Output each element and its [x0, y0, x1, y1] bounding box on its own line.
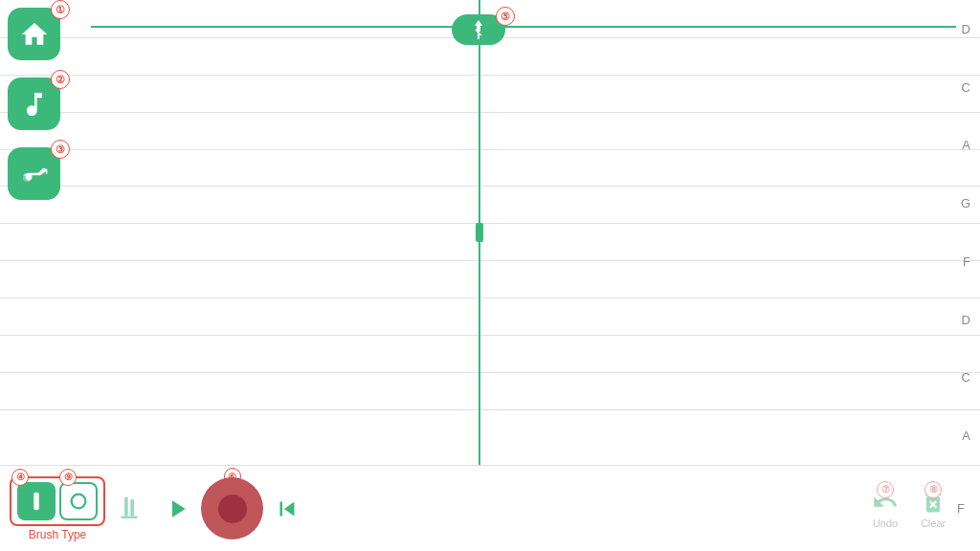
sidebar-item-music[interactable]: ② — [8, 77, 60, 130]
undo-badge: ⑦ — [877, 481, 894, 498]
staff-line — [0, 112, 980, 113]
svg-rect-6 — [121, 516, 138, 518]
clear-badge: ⑧ — [924, 481, 942, 498]
bottom-note-F: F — [957, 501, 970, 516]
svg-rect-5 — [130, 499, 134, 517]
staff-line — [0, 409, 980, 410]
brush-outline-button[interactable] — [59, 482, 98, 520]
bottom-toolbar: ④ ⑨ Brush Type — [0, 465, 980, 551]
staff-line — [0, 75, 980, 76]
record-inner — [218, 495, 247, 523]
staff-lines — [0, 0, 980, 465]
app: D C A G F D C A ⑤ — [0, 0, 980, 551]
brush-badge-9: ⑨ — [59, 469, 77, 486]
note-label-D1: D — [962, 23, 970, 35]
svg-point-3 — [72, 494, 86, 508]
sidebar-badge-1: ① — [51, 0, 70, 19]
clear-button[interactable]: ⑧ Clear — [909, 485, 957, 533]
clear-label: Clear — [921, 518, 946, 529]
svg-point-1 — [23, 174, 31, 182]
instrument-icon[interactable] — [105, 485, 153, 533]
record-button[interactable] — [201, 477, 263, 540]
sidebar-badge-3: ③ — [51, 140, 70, 159]
timeline-handle[interactable]: ⑤ — [452, 14, 505, 45]
staff-line — [0, 372, 980, 373]
staff-area: D C A G F D C A ⑤ — [0, 0, 980, 465]
note-label-F1: F — [963, 255, 970, 268]
brush-badge-4: ④ — [11, 469, 29, 486]
playhead[interactable] — [479, 0, 480, 465]
undo-button[interactable]: ⑦ Undo — [861, 485, 909, 533]
playhead-marker — [476, 223, 483, 242]
sidebar-item-trumpet[interactable]: ③ — [8, 147, 60, 200]
note-label-G1: G — [961, 197, 970, 209]
note-label-D2: D — [962, 314, 970, 326]
svg-rect-2 — [33, 492, 39, 509]
record-area: ⑥ — [201, 477, 263, 540]
staff-line — [0, 298, 980, 298]
brush-type-area: ④ ⑨ Brush Type — [10, 476, 105, 541]
note-label-A1: A — [962, 139, 970, 151]
play-button[interactable] — [153, 485, 201, 533]
note-label-C2: C — [962, 371, 970, 384]
staff-line — [0, 260, 980, 261]
note-labels: D C A G F D C A — [961, 0, 970, 465]
brush-solid-button[interactable] — [17, 482, 56, 520]
timeline-line — [91, 26, 956, 28]
undo-label: Undo — [873, 518, 898, 529]
brush-type-label: Brush Type — [10, 528, 105, 541]
skip-back-button[interactable] — [263, 485, 311, 533]
staff-line — [0, 335, 980, 336]
svg-rect-4 — [124, 496, 128, 516]
note-label-A2: A — [962, 430, 970, 442]
staff-line — [0, 223, 980, 224]
sidebar-item-home[interactable]: ① — [8, 8, 60, 60]
timeline-badge: ⑤ — [496, 7, 515, 26]
note-label-C1: C — [962, 81, 970, 94]
staff-line — [0, 149, 980, 150]
staff-line — [0, 186, 980, 187]
sidebar-badge-2: ② — [51, 70, 70, 89]
left-sidebar: ① ② ③ — [8, 8, 60, 200]
